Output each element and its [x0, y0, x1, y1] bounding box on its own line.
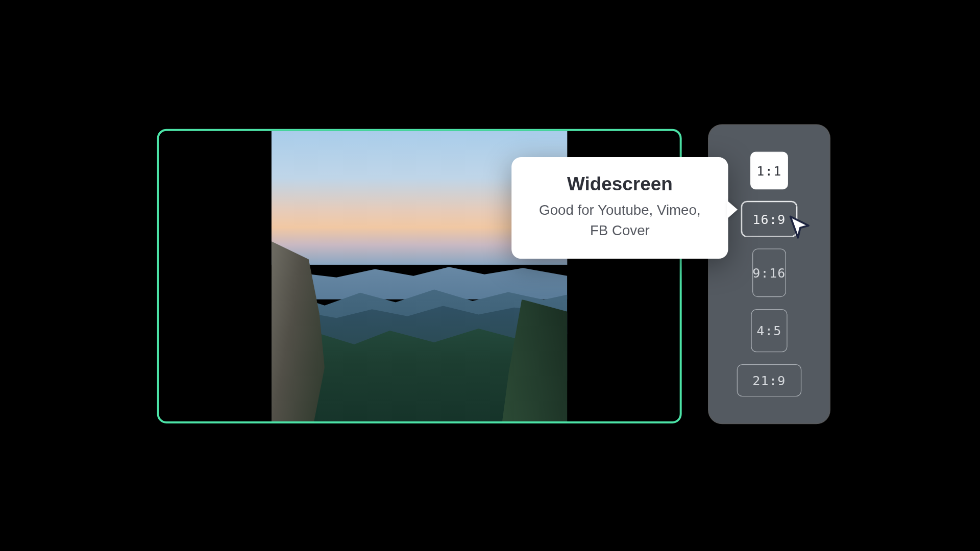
- aspect-ratio-label: 21:9: [752, 373, 786, 388]
- aspect-ratio-label: 16:9: [752, 212, 786, 227]
- aspect-ratio-label: 9:16: [752, 265, 786, 280]
- aspect-ratio-option-9-16[interactable]: 9:16: [752, 248, 786, 297]
- aspect-ratio-label: 4:5: [756, 323, 781, 338]
- aspect-ratio-label: 1:1: [756, 163, 781, 178]
- aspect-ratio-option-21-9[interactable]: 21:9: [737, 364, 802, 396]
- aspect-ratio-option-1-1[interactable]: 1:1: [750, 152, 788, 189]
- editor-stage: 1:1 16:9 9:16 4:5 21:9 Widescreen Good f…: [0, 1, 979, 549]
- aspect-ratio-tooltip: Widescreen Good for Youtube, Vimeo, FB C…: [511, 157, 728, 259]
- tooltip-title: Widescreen: [530, 173, 709, 195]
- aspect-ratio-option-16-9[interactable]: 16:9: [742, 202, 797, 237]
- tooltip-description: Good for Youtube, Vimeo, FB Cover: [530, 200, 709, 241]
- aspect-ratio-option-4-5[interactable]: 4:5: [751, 309, 787, 352]
